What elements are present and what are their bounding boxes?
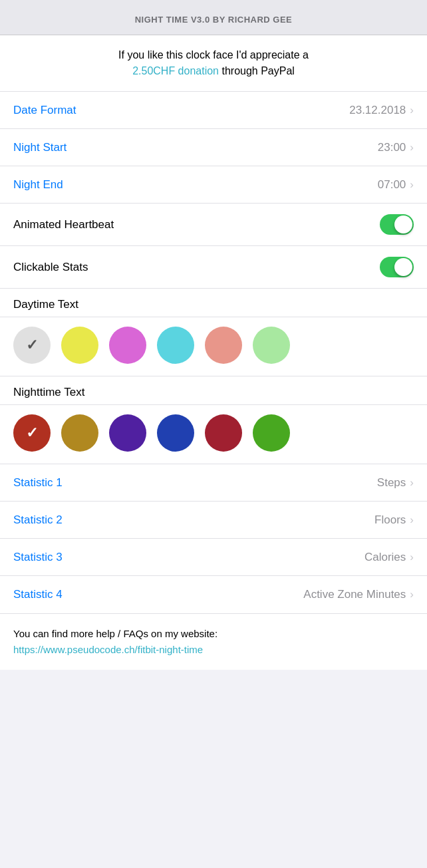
clickable-stats-label: Clickable Stats [13,261,88,274]
date-format-value-group: 23.12.2018 › [349,104,414,117]
statistic-value-group-3: Calories› [364,551,414,564]
nighttime-color-dark-red[interactable] [205,414,242,452]
date-format-label: Date Format [13,104,76,117]
date-format-row[interactable]: Date Format 23.12.2018 › [0,92,427,129]
daytime-color-cyan[interactable] [157,327,194,364]
daytime-color-white-gray[interactable]: ✓ [13,327,51,364]
nighttime-color-row: ✓ [0,405,427,464]
night-start-value-group: 23:00 › [378,141,414,154]
statistic-label-2: Statistic 2 [13,513,63,527]
animated-heartbeat-label: Animated Heartbeat [13,218,114,231]
statistics-container: Statistic 1Steps›Statistic 2Floors›Stati… [0,464,427,613]
night-start-value: 23:00 [378,141,406,154]
footer-box: You can find more help / FAQs on my webs… [0,613,427,670]
animated-heartbeat-toggle[interactable] [380,214,414,235]
statistic-value-1: Steps [377,476,406,490]
app-header: NIGHT TIME V3.0 BY RICHARD GEE [0,0,427,35]
animated-heartbeat-row: Animated Heartbeat [0,204,427,246]
nighttime-color-purple[interactable] [109,414,146,452]
statistic-value-group-1: Steps› [377,476,414,490]
daytime-color-salmon[interactable] [205,327,242,364]
night-start-row[interactable]: Night Start 23:00 › [0,129,427,166]
statistic-row-2[interactable]: Statistic 2Floors› [0,502,427,539]
statistic-row-1[interactable]: Statistic 1Steps› [0,464,427,502]
statistic-value-group-4: Active Zone Minutes› [303,588,414,601]
daytime-color-yellow[interactable] [61,327,98,364]
daytime-text-label: Daytime Text [13,298,78,311]
statistic-value-group-2: Floors› [374,513,414,527]
footer-link-text: https://www.pseudocode.ch/fitbit-night-t… [13,644,203,655]
statistic-chevron-1: › [410,476,414,490]
daytime-color-row: ✓ [0,317,427,376]
donation-box: If you like this clock face I'd apprecia… [0,35,427,92]
statistic-value-2: Floors [374,513,406,527]
nighttime-text-section: Nighttime Text [0,376,427,405]
statistic-chevron-3: › [410,551,414,564]
statistic-label-1: Statistic 1 [13,476,63,490]
night-end-chevron: › [410,178,414,192]
daytime-color-pink-purple[interactable] [109,327,146,364]
night-start-chevron: › [410,141,414,154]
donation-text1: If you like this clock face I'd apprecia… [118,49,309,61]
nighttime-color-gold[interactable] [61,414,98,452]
donation-link[interactable]: 2.50CHF donation [132,65,221,76]
night-end-row[interactable]: Night End 07:00 › [0,166,427,204]
statistic-value-3: Calories [364,551,406,564]
donation-text2: through PayPal [221,65,294,76]
statistic-label-3: Statistic 3 [13,551,63,564]
date-format-value: 23.12.2018 [349,104,406,117]
nighttime-text-label: Nighttime Text [13,386,84,398]
footer-link[interactable]: https://www.pseudocode.ch/fitbit-night-t… [13,642,414,658]
clickable-stats-slider [380,257,414,277]
nighttime-color-brown-red[interactable]: ✓ [13,414,51,452]
night-end-label: Night End [13,178,63,192]
animated-heartbeat-slider [380,214,414,235]
statistic-chevron-4: › [410,588,414,601]
statistic-label-4: Statistic 4 [13,588,63,601]
night-end-value: 07:00 [378,178,406,192]
nighttime-color-green[interactable] [253,414,290,452]
date-format-chevron: › [410,104,414,117]
nighttime-color-blue[interactable] [157,414,194,452]
footer-text: You can find more help / FAQs on my webs… [13,628,217,639]
night-start-label: Night Start [13,141,67,154]
statistic-row-4[interactable]: Statistic 4Active Zone Minutes› [0,576,427,613]
statistic-row-3[interactable]: Statistic 3Calories› [0,539,427,576]
header-title: NIGHT TIME V3.0 BY RICHARD GEE [135,15,293,25]
clickable-stats-toggle[interactable] [380,257,414,277]
daytime-color-light-green[interactable] [253,327,290,364]
statistic-chevron-2: › [410,513,414,527]
clickable-stats-row: Clickable Stats [0,246,427,289]
night-end-value-group: 07:00 › [378,178,414,192]
daytime-text-section: Daytime Text [0,289,427,317]
statistic-value-4: Active Zone Minutes [303,588,406,601]
